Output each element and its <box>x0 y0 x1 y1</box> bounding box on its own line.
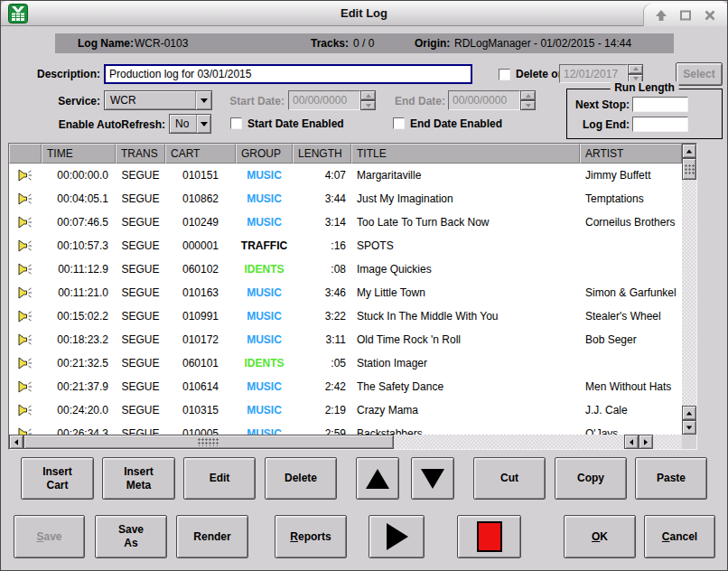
speaker-icon <box>18 426 33 435</box>
origin-label: Origin: <box>415 33 450 53</box>
shade-icon[interactable] <box>654 8 668 23</box>
maximize-icon[interactable] <box>678 8 693 23</box>
cell-artist: Jimmy Buffett <box>580 164 682 187</box>
speaker-icon <box>18 215 33 229</box>
speaker-icon <box>18 262 33 276</box>
cell-group: MUSIC <box>236 187 293 211</box>
cancel-button[interactable]: Cancel <box>644 515 715 558</box>
cell-artist: Men Without Hats <box>580 375 682 398</box>
col-artist[interactable]: ARTIST <box>580 144 682 164</box>
cell-title: SPOTS <box>351 234 580 257</box>
cell-cart: 010249 <box>165 211 236 234</box>
cell-length: 3:22 <box>293 304 351 328</box>
cell-time: 00:11:12.9 <box>42 257 116 281</box>
chevron-down-icon <box>201 98 208 103</box>
move-up-button[interactable] <box>356 457 399 500</box>
cell-trans: SEGUE <box>116 328 165 351</box>
next-stop-field[interactable] <box>632 97 688 112</box>
delete-on-checkbox[interactable] <box>499 69 510 80</box>
move-down-button[interactable] <box>411 457 454 500</box>
description-input[interactable] <box>104 64 472 84</box>
scroll-right-button[interactable] <box>639 435 653 449</box>
log-table-body: 00:00:00.0 SEGUE 010151 MUSIC 4:07 Marga… <box>9 164 682 435</box>
insert-meta-button[interactable]: Insert Meta <box>102 457 175 500</box>
paste-button[interactable]: Paste <box>635 457 707 500</box>
delete-date-spinner[interactable] <box>628 64 643 83</box>
cell-artist: Temptations <box>580 187 682 211</box>
end-date-spinner[interactable] <box>520 90 536 110</box>
play-button[interactable] <box>369 515 425 558</box>
autorefresh-combobox[interactable]: No <box>169 114 211 134</box>
cell-time: 00:10:57.3 <box>42 234 116 257</box>
cell-length: 3:46 <box>293 281 351 304</box>
table-row[interactable]: 00:07:46.5 SEGUE 010249 MUSIC 3:14 Too L… <box>9 211 682 234</box>
log-name-value: WCR-0103 <box>135 33 188 53</box>
cell-artist <box>580 257 682 281</box>
start-date-enabled-checkbox[interactable] <box>230 117 242 129</box>
vertical-scrollbar[interactable] <box>682 144 696 435</box>
speaker-icon <box>18 356 33 370</box>
stop-button[interactable] <box>457 515 521 558</box>
service-label: Service: <box>10 95 100 108</box>
table-row[interactable]: 00:26:34.3 SEGUE 010005 MUSIC 2:59 Backs… <box>9 422 682 435</box>
close-icon[interactable] <box>703 8 717 23</box>
cell-time: 00:24:20.0 <box>42 398 116 422</box>
col-group[interactable]: GROUP <box>236 144 293 164</box>
horizontal-scroll-thumb[interactable] <box>23 435 394 449</box>
render-button[interactable]: Render <box>176 515 248 558</box>
col-icon[interactable] <box>9 144 42 164</box>
delete-date-field[interactable] <box>559 64 628 83</box>
scroll-up-button[interactable] <box>682 144 696 158</box>
scroll-up-button-2[interactable] <box>682 406 696 420</box>
autorefresh-label: Enable AutoRefresh: <box>10 118 165 131</box>
copy-button[interactable]: Copy <box>555 457 627 500</box>
cut-button[interactable]: Cut <box>473 457 546 500</box>
cell-title: Stuck In The Middle With You <box>351 304 580 328</box>
table-row[interactable]: 00:04:05.1 SEGUE 010862 MUSIC 3:44 Just … <box>9 187 682 211</box>
end-date-field[interactable] <box>448 90 520 110</box>
table-row[interactable]: 00:00:00.0 SEGUE 010151 MUSIC 4:07 Marga… <box>9 164 682 187</box>
scroll-left-button-2[interactable] <box>624 435 639 449</box>
table-row[interactable]: 00:21:32.5 SEGUE 060101 IDENTS :05 Stati… <box>9 351 682 375</box>
col-title[interactable]: TITLE <box>351 144 580 164</box>
log-name-label: Log Name: <box>78 33 134 53</box>
cell-trans: SEGUE <box>116 257 165 281</box>
cell-artist <box>580 351 682 375</box>
table-row[interactable]: 00:15:02.2 SEGUE 010991 MUSIC 3:22 Stuck… <box>9 304 682 328</box>
table-row[interactable]: 00:21:37.9 SEGUE 010614 MUSIC 2:42 The S… <box>9 375 682 398</box>
cell-artist: Stealer's Wheel <box>580 304 682 328</box>
start-date-field[interactable] <box>288 90 360 110</box>
select-button[interactable]: Select <box>676 62 723 86</box>
start-date-spinner[interactable] <box>360 90 376 110</box>
triangle-up-icon <box>364 467 391 491</box>
vertical-scroll-thumb[interactable] <box>682 158 696 180</box>
horizontal-scrollbar[interactable] <box>9 435 682 449</box>
save-button[interactable]: Save <box>14 515 85 558</box>
start-date-enabled-label: Start Date Enabled <box>247 117 344 130</box>
reports-button[interactable]: Reports <box>275 515 347 558</box>
table-row[interactable]: 00:18:23.2 SEGUE 010172 MUSIC 3:11 Old T… <box>9 328 682 351</box>
origin-value: RDLogManager - 01/02/2015 - 14:44 <box>454 33 631 53</box>
table-row[interactable]: 00:10:57.3 SEGUE 000001 TRAFFIC :16 SPOT… <box>9 234 682 257</box>
delete-on-label: Delete on <box>516 68 565 80</box>
col-trans[interactable]: TRANS <box>116 144 165 164</box>
end-date-enabled-checkbox[interactable] <box>393 117 405 129</box>
cell-group: MUSIC <box>236 281 293 304</box>
edit-button[interactable]: Edit <box>183 457 256 500</box>
ok-button[interactable]: OK <box>564 515 636 558</box>
col-time[interactable]: TIME <box>42 144 116 164</box>
end-date-enabled-label: End Date Enabled <box>410 117 502 130</box>
insert-cart-button[interactable]: Insert Cart <box>21 457 94 500</box>
col-cart[interactable]: CART <box>165 144 236 164</box>
cell-group: MUSIC <box>236 211 293 234</box>
scroll-left-button[interactable] <box>9 435 23 449</box>
col-length[interactable]: LENGTH <box>293 144 351 164</box>
log-end-field[interactable] <box>632 117 688 132</box>
table-row[interactable]: 00:11:12.9 SEGUE 060102 IDENTS :08 Image… <box>9 257 682 281</box>
service-combobox[interactable]: WCR <box>104 90 212 110</box>
scroll-down-button[interactable] <box>682 420 696 435</box>
table-row[interactable]: 00:11:21.0 SEGUE 010163 MUSIC 3:46 My Li… <box>9 281 682 304</box>
delete-button[interactable]: Delete <box>265 457 337 500</box>
table-row[interactable]: 00:24:20.0 SEGUE 010315 MUSIC 2:19 Crazy… <box>9 398 682 422</box>
save-as-button[interactable]: Save As <box>95 515 167 558</box>
